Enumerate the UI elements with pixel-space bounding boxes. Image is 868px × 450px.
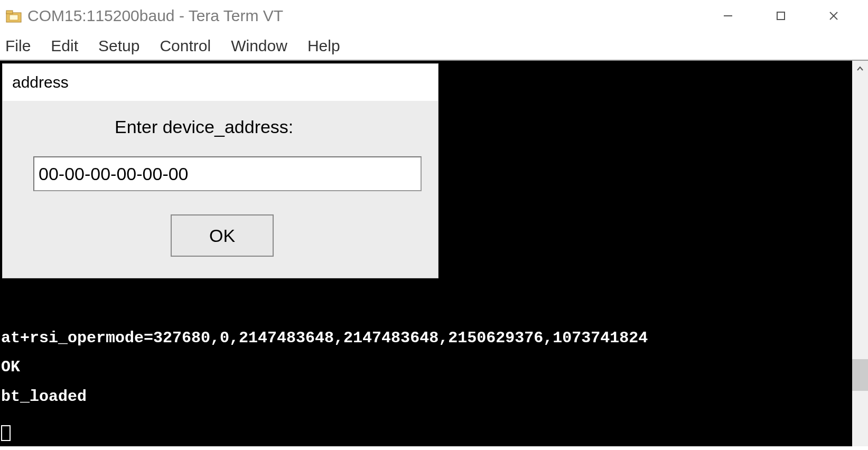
svg-rect-1 — [6, 11, 13, 14]
menu-window[interactable]: Window — [231, 37, 287, 55]
titlebar: COM15:115200baud - Tera Term VT — [0, 0, 868, 32]
window-title: COM15:115200baud - Tera Term VT — [27, 7, 720, 25]
dialog-prompt: Enter device_address: — [32, 117, 408, 137]
app-icon — [5, 7, 22, 24]
scrollbar-up-arrow-icon[interactable] — [852, 61, 868, 77]
address-dialog: address Enter device_address: OK — [2, 63, 438, 278]
svg-rect-2 — [10, 15, 18, 20]
scrollbar-thumb[interactable] — [852, 359, 868, 391]
dialog-body: Enter device_address: OK — [3, 101, 438, 278]
menu-edit[interactable]: Edit — [51, 37, 78, 55]
device-address-input[interactable] — [33, 156, 422, 191]
maximize-button[interactable] — [773, 8, 789, 24]
ok-button[interactable]: OK — [171, 214, 274, 257]
terminal-line: bt_loaded — [1, 388, 87, 406]
menubar: File Edit Setup Control Window Help — [0, 32, 868, 61]
terminal-line: at+rsi_opermode=327680,0,2147483648,2147… — [1, 329, 648, 347]
vertical-scrollbar[interactable] — [852, 61, 868, 446]
cursor-icon — [1, 425, 11, 441]
menu-file[interactable]: File — [5, 37, 31, 55]
menu-setup[interactable]: Setup — [98, 37, 139, 55]
folder-icon — [5, 7, 22, 24]
window-controls — [720, 8, 863, 24]
close-button[interactable] — [826, 8, 842, 24]
terminal-output: at+rsi_opermode=327680,0,2147483648,2147… — [1, 294, 648, 441]
terminal-line: OK — [1, 358, 20, 376]
menu-help[interactable]: Help — [307, 37, 340, 55]
menu-control[interactable]: Control — [160, 37, 211, 55]
dialog-title: address — [3, 64, 438, 101]
minimize-button[interactable] — [720, 8, 736, 24]
svg-rect-4 — [777, 12, 785, 20]
